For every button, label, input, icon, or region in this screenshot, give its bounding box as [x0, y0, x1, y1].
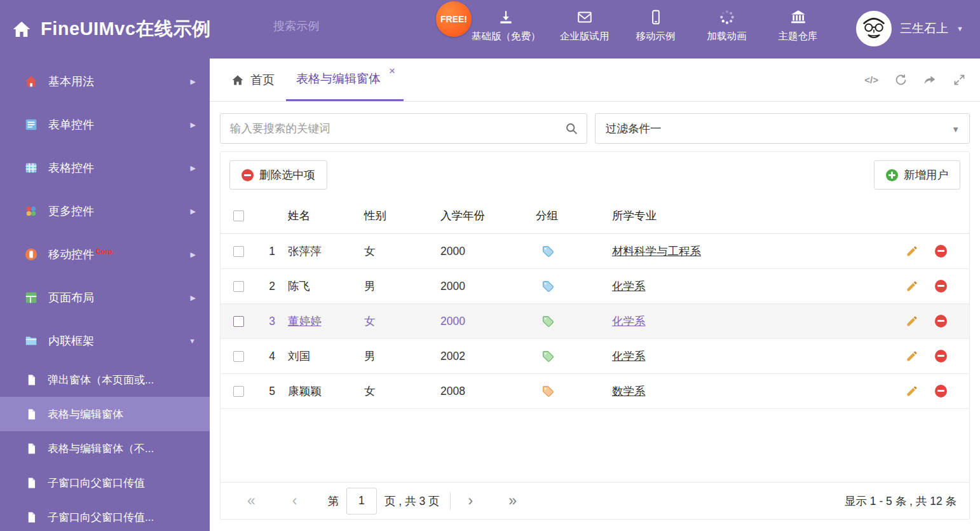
last-page-icon[interactable]: »	[508, 493, 517, 508]
table-row[interactable]: 2 陈飞 男 2000 化学系	[221, 269, 969, 304]
grid-panel: 删除选中项 新增用户 姓名 性别 入学年份 分组	[220, 151, 970, 520]
sidebar-item-layout[interactable]: 页面布局 ▶	[0, 276, 210, 319]
major-link[interactable]: 材料科学与工程系	[612, 245, 701, 258]
bank-icon	[790, 9, 806, 25]
page-label: 第	[327, 493, 339, 509]
row-checkbox[interactable]	[233, 246, 244, 257]
edit-pencil-icon[interactable]	[906, 385, 918, 397]
keyword-search	[220, 113, 587, 144]
delete-row-icon[interactable]	[935, 315, 947, 328]
sidebar-item-label: 基本用法	[48, 74, 94, 89]
nav-mobile-demo[interactable]: 移动示例	[629, 9, 683, 43]
delete-row-icon[interactable]	[935, 350, 947, 362]
chevron-right-icon: ▶	[191, 78, 196, 86]
delete-row-icon[interactable]	[935, 245, 947, 258]
sidebar-subitem-child-to-parent[interactable]: 子窗口向父窗口传值	[0, 465, 210, 500]
tab-grid-edit-window[interactable]: 表格与编辑窗体 ×	[286, 59, 404, 101]
sidebar-subitem-grid-edit-window-2[interactable]: 表格与编辑窗体（不...	[0, 431, 210, 465]
cell-name: 张萍萍	[288, 244, 364, 259]
row-checkbox[interactable]	[233, 281, 244, 292]
sidebar-subitem-grid-edit-window[interactable]: 表格与编辑窗体	[0, 397, 210, 431]
caret-down-icon: ▼	[951, 125, 960, 134]
sidebar-item-label: 表格控件	[48, 160, 94, 176]
edit-pencil-icon[interactable]	[906, 315, 918, 328]
edit-pencil-icon[interactable]	[906, 350, 918, 362]
major-link[interactable]: 化学系	[612, 280, 646, 293]
table-row[interactable]: 1 张萍萍 女 2000 材料科学与工程系	[221, 234, 969, 269]
chevron-down-icon: ▼	[189, 337, 196, 345]
column-group: 分组	[536, 208, 612, 223]
folder-icon	[24, 334, 38, 348]
row-checkbox[interactable]	[233, 351, 244, 362]
delete-selected-button[interactable]: 删除选中项	[229, 160, 327, 190]
keyword-search-input[interactable]	[221, 114, 587, 143]
edit-pencil-icon[interactable]	[906, 280, 918, 293]
major-link[interactable]: 化学系	[612, 350, 646, 362]
major-link[interactable]: 数学系	[612, 385, 646, 397]
column-year: 入学年份	[440, 208, 536, 223]
select-all-checkbox[interactable]	[233, 210, 244, 221]
record-summary: 显示 1 - 5 条 , 共 12 条	[845, 493, 956, 509]
filter-dropdown[interactable]: 过滤条件一 ▼	[595, 113, 970, 144]
home-icon	[231, 74, 244, 86]
sidebar-item-basic[interactable]: 基本用法 ▶	[0, 60, 210, 103]
nav-label: 移动示例	[636, 30, 676, 43]
delete-row-icon[interactable]	[935, 280, 947, 293]
search-icon[interactable]	[565, 122, 578, 135]
form-icon	[24, 118, 38, 132]
sidebar-item-more[interactable]: 更多控件 ▶	[0, 190, 210, 233]
cell-year: 2008	[440, 385, 536, 398]
sidebar-subitem-popup-window[interactable]: 弹出窗体（本页面或...	[0, 362, 210, 397]
table-row[interactable]: 5 康颖颖 女 2008 数学系	[221, 374, 969, 409]
table-row[interactable]: 3 董婷婷 女 2000 化学系	[221, 304, 969, 339]
add-user-label: 新增用户	[904, 167, 948, 183]
row-index: 2	[256, 280, 288, 293]
sidebar-item-form[interactable]: 表单控件 ▶	[0, 103, 210, 146]
row-checkbox[interactable]	[233, 316, 244, 327]
next-page-icon[interactable]: ›	[468, 493, 473, 508]
nav-loading-animation[interactable]: 加载动画	[700, 9, 754, 43]
chevron-right-icon: ▶	[191, 251, 196, 259]
logo[interactable]: FineUIMvc在线示例	[11, 17, 211, 42]
sidebar-item-label: 表单控件	[48, 117, 94, 132]
sidebar-item-grid[interactable]: 表格控件 ▶	[0, 146, 210, 190]
row-checkbox[interactable]	[233, 386, 244, 397]
tag-icon	[542, 280, 554, 293]
row-index: 4	[256, 350, 288, 363]
nav-enterprise-trial[interactable]: 企业版试用	[557, 9, 612, 43]
major-link[interactable]: 化学系	[612, 315, 646, 328]
forward-icon[interactable]	[923, 73, 937, 86]
header-nav: 基础版（免费） 企业版试用 移动示例 加载动画 主题仓库	[472, 9, 826, 43]
add-user-button[interactable]: 新增用户	[874, 160, 960, 190]
file-icon	[25, 374, 37, 386]
nav-theme-repo[interactable]: 主题仓库	[771, 9, 826, 43]
sidebar-item-label: 更多控件	[48, 203, 94, 219]
nav-label: 基础版（免费）	[472, 30, 541, 43]
page-number-input[interactable]	[346, 488, 377, 514]
column-gender: 性别	[364, 208, 440, 223]
tab-home[interactable]: 首页	[220, 59, 286, 101]
home-icon	[11, 19, 32, 39]
close-icon[interactable]: ×	[389, 66, 395, 76]
tab-label: 表格与编辑窗体	[296, 71, 381, 87]
cell-year: 2002	[440, 350, 536, 363]
delete-row-icon[interactable]	[935, 385, 947, 397]
sidebar-item-iframe[interactable]: 内联框架 ▼	[0, 319, 210, 362]
sidebar-subitem-label: 弹出窗体（本页面或...	[48, 373, 154, 387]
header-search-input[interactable]	[273, 20, 421, 33]
cell-name: 康颖颖	[288, 383, 364, 399]
user-menu[interactable]: 三生石上 ▼	[856, 11, 963, 46]
first-page-icon[interactable]: «	[247, 493, 255, 508]
sidebar-subitem-child-to-parent-2[interactable]: 子窗口向父窗口传值...	[0, 500, 210, 531]
cell-year: 2000	[440, 315, 536, 328]
prev-page-icon[interactable]: ‹	[292, 493, 297, 508]
table-row[interactable]: 4 刘国 男 2002 化学系	[221, 339, 969, 374]
table-empty-space	[221, 409, 969, 482]
refresh-icon[interactable]	[894, 73, 908, 86]
expand-icon[interactable]	[953, 73, 966, 86]
code-icon[interactable]: </>	[864, 74, 878, 85]
edit-pencil-icon[interactable]	[906, 245, 918, 258]
nav-basic-edition[interactable]: 基础版（免费）	[472, 9, 541, 43]
sidebar-item-mobile[interactable]: 移动控件Corp. ▶	[0, 233, 210, 276]
cell-name: 刘国	[288, 348, 364, 364]
